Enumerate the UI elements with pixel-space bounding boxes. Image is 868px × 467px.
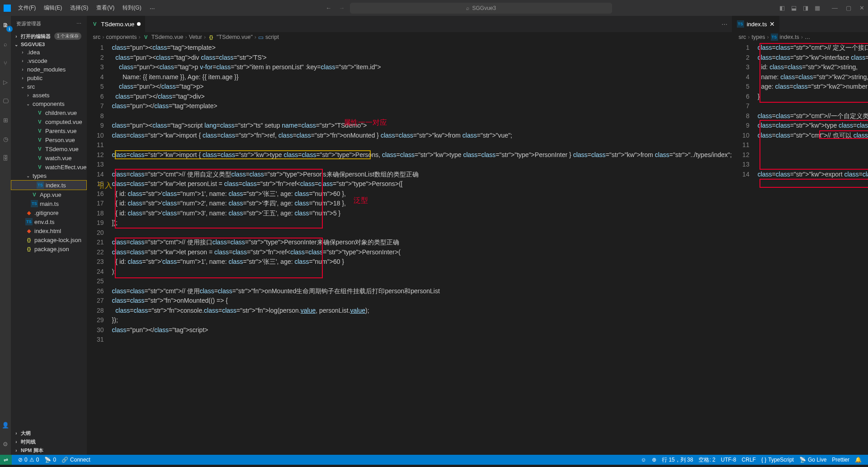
- file-app-vue[interactable]: VApp.vue: [11, 190, 87, 199]
- nav-forward-icon[interactable]: →: [339, 5, 344, 11]
- activity-search-icon[interactable]: ⌕: [0, 38, 11, 49]
- project-header[interactable]: ⌄ SGGVUE3: [11, 41, 87, 48]
- sidebar: 资源管理器 ⋯ › 打开的编辑器 1 个未保存 ⌄ SGGVUE3 ›.idea…: [11, 16, 87, 455]
- file-envd-ts[interactable]: TSenv.d.ts: [11, 217, 87, 226]
- search-icon: ⌕: [466, 5, 469, 11]
- folder-vscode[interactable]: ›.vscode: [11, 57, 87, 65]
- window-maximize-icon[interactable]: ▢: [846, 5, 851, 11]
- file-package-json[interactable]: {}package.json: [11, 244, 87, 253]
- folder-assets[interactable]: ›assets: [11, 91, 87, 100]
- status-bar: ⇌ ⊘ 0 ⚠ 0 📡 0 🔗 Connect ☺ ⊕ 行 15，列 38 空格…: [0, 455, 868, 465]
- chevron-down-icon: ⌄: [14, 42, 19, 47]
- file-person-vue[interactable]: VPerson.vue: [11, 135, 87, 144]
- status-prettier[interactable]: Prettier: [829, 456, 852, 464]
- npm-scripts-header[interactable]: ›NPM 脚本: [11, 446, 87, 455]
- layout-sidebar-right-icon[interactable]: ◨: [803, 5, 808, 11]
- vscode-icon: [4, 5, 11, 12]
- activity-database-icon[interactable]: 🗄: [0, 152, 11, 163]
- folder-idea[interactable]: ›.idea: [11, 48, 87, 57]
- file-children-vue[interactable]: Vchildren.vue: [11, 108, 87, 117]
- menu-more[interactable]: …: [146, 2, 159, 14]
- folder-src[interactable]: ⌄src: [11, 82, 87, 91]
- file-watcheffect-vue[interactable]: VwatchEffect.vue: [11, 162, 87, 172]
- status-port[interactable]: 📡 0: [42, 457, 59, 463]
- editor-pane-left: V TSdemo.vue ⋯ src› components› VTSdemo.…: [87, 16, 732, 455]
- timeline-header[interactable]: ›时间线: [11, 438, 87, 446]
- editor-area: V TSdemo.vue ⋯ src› components› VTSdemo.…: [87, 16, 868, 455]
- status-errors[interactable]: ⊘ 0 ⚠ 0: [15, 457, 42, 463]
- activity-explorer-icon[interactable]: 🗎1: [0, 19, 11, 30]
- command-center-text: SGGvue3: [472, 5, 496, 11]
- file-package-lock[interactable]: {}package-lock.json: [11, 235, 87, 244]
- tabs-left: V TSdemo.vue ⋯: [87, 16, 732, 32]
- window-close-icon[interactable]: ✕: [859, 5, 864, 11]
- activity-debug-icon[interactable]: ▷: [0, 76, 11, 87]
- status-remote[interactable]: ⇌: [0, 455, 12, 465]
- open-editors-header[interactable]: › 打开的编辑器 1 个未保存: [11, 32, 87, 41]
- activity-scm-icon[interactable]: ⑂: [0, 57, 11, 68]
- status-lang[interactable]: { } TypeScript: [759, 456, 797, 464]
- menu-edit[interactable]: 编辑(E): [40, 2, 66, 14]
- sidebar-header: 资源管理器 ⋯: [11, 16, 87, 32]
- tab-index-ts[interactable]: TS index.ts ✕: [732, 16, 780, 32]
- file-index-html[interactable]: ◆index.html: [11, 226, 87, 235]
- menu-bar: 文件(F) 编辑(E) 选择(S) 查看(V) 转到(G) …: [14, 2, 159, 14]
- editor-pane-right: TS index.ts ✕ ▷ ◫ ⋯ src› types› TSindex.…: [732, 16, 868, 455]
- status-bell[interactable]: 🔔: [852, 456, 864, 464]
- menu-file[interactable]: 文件(F): [14, 2, 39, 14]
- editor-more-icon[interactable]: ⋯: [722, 21, 727, 28]
- activity-bar: 🗎1 ⌕ ⑂ ▷ 🖵 ⊞ ◷ 🗄 👤 ⚙: [0, 16, 11, 455]
- file-main-ts[interactable]: TSmain.ts: [11, 199, 87, 208]
- sidebar-title: 资源管理器: [16, 20, 41, 27]
- chevron-right-icon: ›: [14, 34, 19, 39]
- tab-tsdemo[interactable]: V TSdemo.vue: [87, 16, 146, 32]
- window-minimize-icon[interactable]: —: [832, 5, 838, 11]
- menu-go[interactable]: 转到(G): [119, 2, 145, 14]
- status-feedback[interactable]: ☺: [638, 456, 649, 464]
- breadcrumbs-right[interactable]: src› types› TSindex.ts› …: [732, 32, 868, 42]
- file-tsdemo-vue[interactable]: VTSdemo.vue: [11, 144, 87, 153]
- layout-panel-icon[interactable]: ⬓: [791, 5, 797, 11]
- titlebar: 文件(F) 编辑(E) 选择(S) 查看(V) 转到(G) … ← → ⌕ SG…: [0, 0, 868, 16]
- file-index-ts[interactable]: TSindex.ts: [11, 180, 87, 190]
- activity-settings-icon[interactable]: ⚙: [0, 438, 11, 449]
- status-zoom[interactable]: ⊕: [649, 456, 659, 464]
- status-connect[interactable]: 🔗 Connect: [59, 457, 93, 463]
- outline-header[interactable]: ›大纲: [11, 429, 87, 438]
- vue-file-icon: V: [91, 20, 99, 28]
- status-spaces[interactable]: 空格: 2: [696, 456, 718, 464]
- status-golive[interactable]: 📡 Go Live: [797, 456, 829, 464]
- file-watch-vue[interactable]: Vwatch.vue: [11, 153, 87, 162]
- layout-customize-icon[interactable]: ▦: [815, 5, 820, 11]
- code-editor-right[interactable]: 1234567891011121314 class=class="str">"c…: [732, 42, 868, 455]
- breadcrumbs-left[interactable]: src› components› VTSdemo.vue› Vetur› {}"…: [87, 32, 732, 42]
- file-gitignore[interactable]: ◆.gitignore: [11, 208, 87, 217]
- folder-types[interactable]: ⌄types: [11, 172, 87, 180]
- status-encoding[interactable]: UTF-8: [718, 456, 739, 464]
- layout-sidebar-left-icon[interactable]: ◧: [779, 5, 785, 11]
- sidebar-more-icon[interactable]: ⋯: [76, 21, 81, 27]
- activity-remote-icon[interactable]: 🖵: [0, 95, 11, 106]
- activity-account-icon[interactable]: 👤: [0, 419, 11, 430]
- unsaved-badge: 1 个未保存: [54, 33, 81, 40]
- folder-node-modules[interactable]: ›node_modules: [11, 65, 87, 74]
- close-icon[interactable]: ✕: [769, 20, 775, 28]
- folder-components[interactable]: ⌄components: [11, 100, 87, 108]
- status-cursor[interactable]: 行 15，列 38: [659, 456, 696, 464]
- file-computed-vue[interactable]: Vcomputed.vue: [11, 117, 87, 126]
- ts-file-icon: TS: [737, 20, 744, 28]
- menu-select[interactable]: 选择(S): [66, 2, 92, 14]
- explorer-badge: 1: [6, 26, 13, 32]
- code-editor-left[interactable]: 1234567891011121314151617181920212223242…: [87, 42, 732, 455]
- tabs-right: TS index.ts ✕ ▷ ◫ ⋯: [732, 16, 868, 32]
- file-parents-vue[interactable]: VParents.vue: [11, 126, 87, 135]
- folder-public[interactable]: ›public: [11, 74, 87, 82]
- menu-view[interactable]: 查看(V): [93, 2, 118, 14]
- activity-extensions-icon[interactable]: ⊞: [0, 114, 11, 125]
- nav-back-icon[interactable]: ←: [326, 5, 331, 11]
- command-center[interactable]: ⌕ SGGvue3: [350, 3, 612, 14]
- status-eol[interactable]: CRLF: [739, 456, 759, 464]
- activity-testing-icon[interactable]: ◷: [0, 133, 11, 144]
- modified-indicator-icon: [137, 22, 141, 26]
